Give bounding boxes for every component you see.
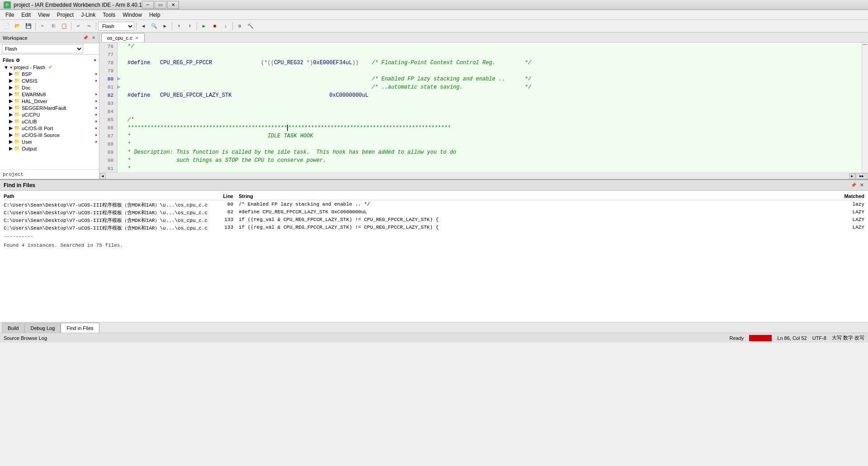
code-line-81: /* ..automatic state saving. */ [127,83,858,91]
scroll-left-arrow[interactable]: ◀ [99,173,106,179]
line-84: 84 [99,108,115,116]
files-red-dot: ● [94,58,96,62]
find-result-1[interactable]: C:\Users\Sean\Desktop\V7-uCOS-III程序模板（含M… [4,201,864,209]
tb-open[interactable]: 📂 [13,21,23,31]
tb-bookmark-fwd[interactable]: ⬇ [185,21,195,31]
tb-search-back[interactable]: ◀ [138,21,148,31]
toolbar-sep-1 [35,22,36,30]
find-summary-content: Found 4 instances. Searched in 75 files. [4,243,123,248]
tree-item-uccpu[interactable]: ▶ 📁 uC/CPU ● [0,111,99,118]
code-line-84 [127,108,858,116]
tree-item-ewarmv8[interactable]: ▶ 📁 EWARMv8 ● [0,91,99,98]
tb-make-all[interactable]: 🔨 [245,21,255,31]
tb-search[interactable]: 🔍 [149,21,159,31]
tb-save[interactable]: 💾 [24,21,33,31]
panel-pin-button[interactable]: 📌 [850,183,857,188]
menu-view[interactable]: View [34,11,53,19]
line-78: 78 [99,59,115,67]
menu-help[interactable]: Help [146,11,164,19]
expand-icon: ▶ [9,146,13,151]
code-content: 76 77 78 79 80 81 82 83 84 85 86 87 88 8… [99,42,862,173]
scroll-right-end[interactable]: ▶▶ [855,173,868,179]
toolbar-sep-5 [172,22,172,30]
tab-debug-log[interactable]: Debug Log [24,323,61,333]
line-76: 76 [99,42,115,51]
tb-undo[interactable]: ↩ [73,21,83,31]
tb-make[interactable]: ⚙ [235,21,245,31]
tree-item-cmsis[interactable]: ▶ 📁 CMSIS ● [0,77,99,84]
tb-cut[interactable]: ✂ [38,21,47,31]
result-matched-2: LAZY [810,209,864,215]
project-bottom-label: project [3,172,24,177]
minimize-button[interactable]: ─ [142,1,154,9]
sidebar-pin-button[interactable]: 📌 [82,35,89,40]
tb-search-fwd[interactable]: ▶ [160,21,170,31]
code-line-80: /* Enabled FP lazy stacking and enable .… [127,75,858,83]
tb-bookmark-back[interactable]: ⬆ [174,21,184,31]
tb-debug-step[interactable]: ↓ [221,21,231,31]
find-results-header: Path Line String Matched [4,193,864,200]
tb-paste[interactable]: 📋 [59,21,69,31]
line-90: 90 [99,156,115,165]
tree-item-segger[interactable]: ▶ 📁 SEGGER/HardFault ● [0,104,99,111]
tree-item-user[interactable]: ▶ 📁 User ● [0,138,99,145]
tree-item-output[interactable]: ▶ 📁 Output [0,145,99,152]
tb-redo[interactable]: ↪ [84,21,94,31]
tb-copy[interactable]: ⎘ [48,21,58,31]
workspace-label: Workspace [3,35,28,41]
panel-close-button[interactable]: ✕ [859,183,864,188]
scroll-right-arrow[interactable]: ▶ [849,173,855,179]
toolbar-sep-7 [232,22,233,30]
config-select[interactable]: Flash [98,22,134,31]
menu-edit[interactable]: Edit [18,11,34,19]
folder-icon: 📁 [14,118,20,124]
tree-item-hal[interactable]: ▶ 📁 HAL_Driver ● [0,98,99,104]
tree-item-bsp[interactable]: ▶ 📁 BSP ● [0,71,99,77]
find-result-2[interactable]: C:\Users\Sean\Desktop\V7-uCOS-III程序模板（含M… [4,209,864,217]
result-line-4: 133 [212,225,239,230]
tb-debug-go[interactable]: ▶ [199,21,209,31]
settings-gear-icon[interactable]: ⚙ [16,58,20,63]
close-button[interactable]: ✕ [167,1,179,9]
tab-build[interactable]: Build [2,323,24,333]
menu-window[interactable]: Window [119,11,146,19]
code-line-77 [127,51,858,59]
project-name: project - Flash [14,65,45,70]
find-in-files-content: Path Line String Matched C:\Users\Sean\D… [0,191,868,322]
bookmark-80: ▷ [118,42,124,83]
scroll-track[interactable] [106,174,849,179]
tb-debug-stop[interactable]: ■ [210,21,220,31]
code-lines[interactable]: */ #define CPU_REG_FP_FPCCR (*((CPU_REG3… [124,42,862,173]
sidebar: Workspace 📌 ✕ Flash Files ⚙ ● ▼ ● projec… [0,33,99,179]
tab-close-icon[interactable]: ✕ [135,36,139,40]
tree-item-ucos-source[interactable]: ▶ 📁 uC/OS-III Source ● [0,132,99,138]
editor-tab-os-cpu[interactable]: os_cpu_c.c ✕ [101,33,145,42]
tb-new[interactable]: 📄 [2,21,12,31]
find-result-3[interactable]: C:\Users\Sean\Desktop\V7-uCOS-III程序模板（含M… [4,217,864,224]
tree-item-doc[interactable]: ▶ 📁 Doc [0,84,99,91]
tab-find-in-files[interactable]: Find in Files [61,323,99,333]
tree-label: uC/CPU [22,112,40,118]
horizontal-scrollbar[interactable]: ◀ ▶ ▶▶ [99,173,868,179]
tree-item-uclib[interactable]: ▶ 📁 uC/LIB ● [0,118,99,125]
code-line-91: * [127,165,858,173]
menu-tools[interactable]: Tools [99,11,119,19]
restore-button[interactable]: ▭ [155,1,166,9]
menu-jlink[interactable]: J-Link [77,11,99,19]
menu-project[interactable]: Project [53,11,77,19]
menu-file[interactable]: File [2,11,18,19]
tree-project-root[interactable]: ▼ ● project - Flash ✓ [0,64,99,71]
find-separator: ---------- [4,232,864,241]
tree-item-ucos-port[interactable]: ▶ 📁 uC/OS-III Port ● [0,125,99,132]
line-86: 86 [99,124,115,132]
find-result-4[interactable]: C:\Users\Sean\Desktop\V7-uCOS-III程序模板（含M… [4,224,864,232]
project-icon: ● [10,65,12,70]
sidebar-body: Files ⚙ ● ▼ ● project - Flash ✓ ▶ 📁 BSP … [0,55,99,169]
workspace-select[interactable]: Flash [2,44,83,53]
result-line-3: 133 [212,217,239,222]
code-editor[interactable]: 76 77 78 79 80 81 82 83 84 85 86 87 88 8… [99,42,862,173]
result-line-2: 82 [212,209,239,215]
sidebar-close-button[interactable]: ✕ [91,35,96,40]
sidebar-header: Workspace 📌 ✕ [0,33,99,43]
tree-label: uC/OS-III Source [22,132,60,138]
